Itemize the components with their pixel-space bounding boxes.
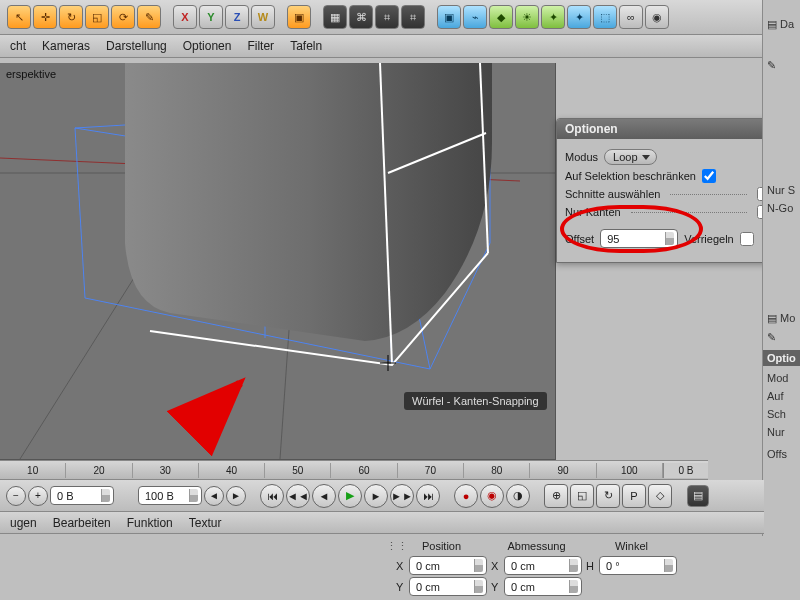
timeline-mark: 90 xyxy=(530,463,596,478)
modus-label: Modus xyxy=(565,151,598,163)
keymode-icon[interactable]: ◑ xyxy=(506,484,530,508)
viewport-label: erspektive xyxy=(0,67,62,81)
menu-edit[interactable]: Bearbeiten xyxy=(53,516,111,530)
autokey-icon[interactable]: ◉ xyxy=(480,484,504,508)
zoom-in-icon[interactable]: + xyxy=(28,486,48,506)
eyes-icon[interactable]: ∞ xyxy=(619,5,643,29)
menu-cameras[interactable]: Kameras xyxy=(42,39,90,53)
menu-filter[interactable]: Filter xyxy=(247,39,274,53)
next-key-icon[interactable]: ► xyxy=(364,484,388,508)
move-tool-icon[interactable]: ✛ xyxy=(33,5,57,29)
generator-icon[interactable]: ☀ xyxy=(515,5,539,29)
scene-icon[interactable]: ✦ xyxy=(567,5,591,29)
key-rot-icon[interactable]: ↻ xyxy=(596,484,620,508)
right-side-strip: ▤ Da ✎ Nur S N-Go ▤ Mo ✎ Optio Mod Auf S… xyxy=(762,0,800,600)
select-tool-icon[interactable]: ↖ xyxy=(7,5,31,29)
tool-group-prims: ▣ ⌁ ◆ ☀ ✦ ✦ ⬚ ∞ ◉ xyxy=(436,4,670,30)
step-back-icon[interactable]: ◄◄ xyxy=(286,484,310,508)
restrict-selection-checkbox[interactable] xyxy=(702,169,716,183)
menu-options[interactable]: Optionen xyxy=(183,39,232,53)
recent-tool-icon[interactable]: ⟳ xyxy=(111,5,135,29)
menu-display[interactable]: Darstellung xyxy=(106,39,167,53)
attribute-menubar: ugen Bearbeiten Funktion Textur xyxy=(0,512,764,534)
select-cuts-label: Schnitte auswählen xyxy=(565,188,660,200)
menu-function[interactable]: Funktion xyxy=(127,516,173,530)
options-panel: Optionen Modus Loop Auf Selektion beschr… xyxy=(556,118,780,263)
menu-panels[interactable]: Tafeln xyxy=(290,39,322,53)
object-mode-icon[interactable]: ▣ xyxy=(287,5,311,29)
timeline-mark: 20 xyxy=(66,463,132,478)
goto-end-icon[interactable]: ⏭ xyxy=(416,484,440,508)
pos-header: Position xyxy=(396,540,487,552)
main-toolbar: ↖ ✛ ↻ ◱ ⟳ ✎ X Y Z W ▣ ▦ ⌘ ⌗ ⌗ ▣ ⌁ ◆ ☀ ✦ … xyxy=(0,0,800,35)
svg-line-5 xyxy=(390,103,490,178)
play-icon[interactable]: ▶ xyxy=(338,484,362,508)
deformer-icon[interactable]: ✦ xyxy=(541,5,565,29)
dim-y-field[interactable]: 0 cm xyxy=(504,577,582,596)
nurbs-prim-icon[interactable]: ◆ xyxy=(489,5,513,29)
x-axis-icon[interactable]: X xyxy=(173,5,197,29)
timeline-mark: 40 xyxy=(199,463,265,478)
key-pla-icon[interactable]: ◇ xyxy=(648,484,672,508)
zoom-out-icon[interactable]: − xyxy=(6,486,26,506)
3d-viewport[interactable]: erspektive xyxy=(0,63,556,460)
restrict-selection-label: Auf Selektion beschränken xyxy=(565,170,696,182)
render-pv-icon[interactable]: ⌗ xyxy=(375,5,399,29)
rotate-tool-icon[interactable]: ↻ xyxy=(59,5,83,29)
tool-group-selection: ↖ ✛ ↻ ◱ ⟳ ✎ xyxy=(6,4,162,30)
svg-line-13 xyxy=(195,383,240,428)
lock-checkbox[interactable] xyxy=(740,232,754,246)
timeline-mark: 80 xyxy=(464,463,530,478)
goto-start-icon[interactable]: ⏮ xyxy=(260,484,284,508)
spline-prim-icon[interactable]: ⌁ xyxy=(463,5,487,29)
offset-field[interactable]: 95 xyxy=(600,229,678,248)
render-view-icon[interactable]: ▦ xyxy=(323,5,347,29)
light-icon[interactable]: ◉ xyxy=(645,5,669,29)
pos-x-field[interactable]: 0 cm xyxy=(409,556,487,575)
range-left-icon[interactable]: ◄ xyxy=(204,486,224,506)
timeline-current: 0 B xyxy=(663,463,708,478)
playback-bar: − + 0 B 100 B ◄ ► ⏮ ◄◄ ◄ ▶ ► ►► ⏭ ● ◉ ◑ … xyxy=(0,480,764,512)
render-region-icon[interactable]: ⌘ xyxy=(349,5,373,29)
camera-icon[interactable]: ⬚ xyxy=(593,5,617,29)
viewport-menubar: cht Kameras Darstellung Optionen Filter … xyxy=(0,35,800,58)
start-frame-field[interactable]: 0 B xyxy=(50,486,114,505)
dim-header: Abmessung xyxy=(491,540,582,552)
timeline-mark: 50 xyxy=(265,463,331,478)
timeline-ruler[interactable]: 10 20 30 40 50 60 70 80 90 100 0 B xyxy=(0,460,708,480)
only-edges-label: Nur Kanten xyxy=(565,206,621,218)
dim-x-field[interactable]: 0 cm xyxy=(504,556,582,575)
layout-icon[interactable]: ▤ xyxy=(687,485,709,507)
scale-tool-icon[interactable]: ◱ xyxy=(85,5,109,29)
menu-texture[interactable]: Textur xyxy=(189,516,222,530)
edit-tool-icon[interactable]: ✎ xyxy=(137,5,161,29)
y-axis-icon[interactable]: Y xyxy=(199,5,223,29)
key-param-icon[interactable]: P xyxy=(622,484,646,508)
w-axis-icon[interactable]: W xyxy=(251,5,275,29)
record-icon[interactable]: ● xyxy=(454,484,478,508)
timeline-mark: 30 xyxy=(133,463,199,478)
rot-h-field[interactable]: 0 ° xyxy=(599,556,677,575)
svg-line-3 xyxy=(0,158,520,181)
menu-view[interactable]: cht xyxy=(10,39,26,53)
key-scale-icon[interactable]: ◱ xyxy=(570,484,594,508)
svg-line-2 xyxy=(280,173,300,459)
menu-tools[interactable]: ugen xyxy=(10,516,37,530)
svg-line-7 xyxy=(380,115,392,363)
coordinates-panel: ⋮⋮ Position X0 cm Y0 cm Abmessung X0 cm … xyxy=(380,536,800,600)
key-pos-icon[interactable]: ⊕ xyxy=(544,484,568,508)
step-fwd-icon[interactable]: ►► xyxy=(390,484,414,508)
cube-prim-icon[interactable]: ▣ xyxy=(437,5,461,29)
range-right-icon[interactable]: ► xyxy=(226,486,246,506)
render-settings-icon[interactable]: ⌗ xyxy=(401,5,425,29)
timeline-mark: 100 xyxy=(597,463,663,478)
z-axis-icon[interactable]: Z xyxy=(225,5,249,29)
svg-line-8 xyxy=(380,63,392,365)
end-frame-field[interactable]: 100 B xyxy=(138,486,202,505)
pos-y-field[interactable]: 0 cm xyxy=(409,577,487,596)
offset-label: Offset xyxy=(565,233,594,245)
modus-dropdown[interactable]: Loop xyxy=(604,149,656,165)
tool-group-object: ▣ xyxy=(286,4,312,30)
lock-label: Verriegeln xyxy=(684,233,734,245)
prev-key-icon[interactable]: ◄ xyxy=(312,484,336,508)
